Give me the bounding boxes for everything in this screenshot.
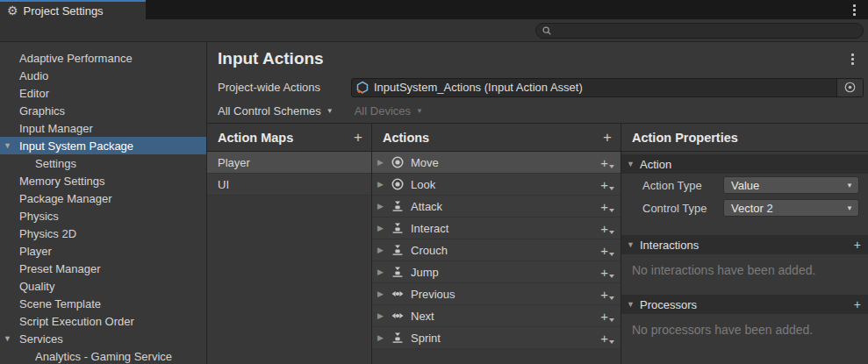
action-type-dropdown[interactable]: Value ▼ <box>723 176 859 194</box>
foldout-expanded-icon[interactable]: ▼ <box>627 300 640 309</box>
settings-sidebar: Adaptive Performance Audio Editor Graphi… <box>0 42 207 364</box>
action-label: Crouch <box>411 244 600 257</box>
add-binding-button[interactable]: + <box>600 177 613 192</box>
sidebar-item-memory-settings[interactable]: Memory Settings <box>0 172 206 189</box>
foldout-expanded-icon[interactable]: ▼ <box>4 141 16 150</box>
sidebar-item-label: Graphics <box>19 104 65 118</box>
sidebar-item-label: Physics <box>19 210 59 223</box>
control-schemes-dropdown[interactable]: All Control Schemes ▼ <box>218 104 334 118</box>
add-action-map-button[interactable]: + <box>354 129 362 146</box>
sidebar-item-player[interactable]: Player <box>0 242 206 260</box>
sidebar-item-label: Adaptive Performance <box>19 52 133 65</box>
add-binding-button[interactable]: + <box>600 287 613 302</box>
chevron-down-icon: ▼ <box>846 182 853 189</box>
foldout-collapsed-icon[interactable]: ▶ <box>377 246 391 254</box>
action-maps-title: Action Maps <box>218 131 293 145</box>
action-type-row: Action Type Value ▼ <box>621 174 868 196</box>
processors-section-header[interactable]: ▼ Processors + <box>621 295 868 314</box>
action-section-header[interactable]: ▼ Action <box>621 154 868 174</box>
interactions-section-header[interactable]: ▼ Interactions + <box>621 235 868 254</box>
action-map-label: UI <box>218 178 229 191</box>
control-type-dropdown[interactable]: Vector 2 ▼ <box>723 199 859 217</box>
sidebar-item-script-execution-order[interactable]: Script Execution Order <box>0 312 206 330</box>
add-interaction-button[interactable]: + <box>854 238 861 252</box>
button-control-icon <box>391 331 405 345</box>
foldout-collapsed-icon[interactable]: ▶ <box>377 333 391 342</box>
action-properties-column: Action Properties ▼ Action Action Type V… <box>621 124 868 364</box>
foldout-collapsed-icon[interactable]: ▶ <box>377 311 391 320</box>
interactions-empty-message: No interactions have been added. <box>632 263 857 277</box>
sidebar-item-preset-manager[interactable]: Preset Manager <box>0 260 206 277</box>
add-binding-button[interactable]: + <box>600 199 613 214</box>
add-binding-button[interactable]: + <box>600 155 613 170</box>
action-label: Interact <box>411 222 600 235</box>
foldout-expanded-icon[interactable]: ▼ <box>627 160 640 168</box>
foldout-expanded-icon[interactable]: ▼ <box>4 334 16 343</box>
toolbar <box>0 19 868 42</box>
foldout-collapsed-icon[interactable]: ▶ <box>377 158 391 167</box>
add-binding-button[interactable]: + <box>600 243 613 258</box>
button-control-icon <box>391 265 405 279</box>
sidebar-item-services[interactable]: ▼ Services <box>0 330 206 347</box>
add-action-button[interactable]: + <box>603 129 612 146</box>
action-map-row-player[interactable]: Player <box>207 152 371 174</box>
add-binding-button[interactable]: + <box>600 309 613 324</box>
action-maps-column: Action Maps + Player UI <box>207 124 372 364</box>
sidebar-item-graphics[interactable]: Graphics <box>0 102 206 119</box>
devices-dropdown[interactable]: All Devices ▼ <box>355 104 423 118</box>
sidebar-item-settings[interactable]: Settings <box>0 154 206 172</box>
sidebar-item-scene-template[interactable]: Scene Template <box>0 295 206 312</box>
window-menu-icon[interactable] <box>847 4 861 16</box>
sidebar-item-audio[interactable]: Audio <box>0 67 206 84</box>
action-label: Previous <box>411 288 600 301</box>
object-picker-button[interactable] <box>836 79 863 96</box>
sidebar-item-label: Quality <box>19 280 54 293</box>
action-map-row-ui[interactable]: UI <box>207 174 371 196</box>
foldout-collapsed-icon[interactable]: ▶ <box>377 202 391 211</box>
add-binding-button[interactable]: + <box>600 221 613 236</box>
action-row-jump[interactable]: ▶ Jump + <box>372 261 621 283</box>
chevron-down-icon: ▼ <box>846 204 853 212</box>
action-properties-header: Action Properties <box>621 124 868 152</box>
sidebar-item-package-manager[interactable]: Package Manager <box>0 189 206 207</box>
button-control-icon <box>391 221 405 235</box>
add-processor-button[interactable]: + <box>854 297 861 311</box>
sidebar-item-quality[interactable]: Quality <box>0 277 206 295</box>
foldout-collapsed-icon[interactable]: ▶ <box>377 268 391 276</box>
action-row-move[interactable]: ▶ Move + <box>372 152 621 174</box>
action-row-sprint[interactable]: ▶ Sprint + <box>372 327 621 349</box>
sidebar-item-input-system-package[interactable]: ▼ Input System Package <box>0 137 206 154</box>
foldout-collapsed-icon[interactable]: ▶ <box>377 180 391 189</box>
add-binding-button[interactable]: + <box>600 265 613 280</box>
button-control-icon <box>391 243 405 257</box>
search-field[interactable] <box>535 23 864 39</box>
input-actions-menu-icon[interactable] <box>845 54 859 65</box>
sidebar-item-physics[interactable]: Physics <box>0 207 206 225</box>
add-binding-button[interactable]: + <box>600 331 613 346</box>
tab-project-settings[interactable]: ⚙ Project Settings <box>0 0 146 19</box>
sidebar-item-analytics-gaming-service[interactable]: Analytics - Gaming Service <box>0 347 206 364</box>
action-row-attack[interactable]: ▶ Attack + <box>372 196 621 218</box>
action-row-previous[interactable]: ▶ Previous + <box>372 283 621 305</box>
sidebar-item-physics-2d[interactable]: Physics 2D <box>0 225 206 242</box>
actions-header: Actions + <box>372 124 621 152</box>
object-picker-icon <box>843 81 857 94</box>
search-icon <box>542 25 552 36</box>
sidebar-item-label: Player <box>19 245 52 258</box>
sidebar-item-editor[interactable]: Editor <box>0 84 206 102</box>
sidebar-item-input-manager[interactable]: Input Manager <box>0 119 206 137</box>
input-action-asset-field[interactable]: InputSystem_Actions (Input Action Asset) <box>351 78 864 97</box>
sidebar-item-label: Memory Settings <box>19 175 105 188</box>
action-row-next[interactable]: ▶ Next + <box>372 305 621 327</box>
foldout-collapsed-icon[interactable]: ▶ <box>377 224 391 232</box>
foldout-collapsed-icon[interactable]: ▶ <box>377 289 391 298</box>
input-action-asset-icon <box>355 81 369 95</box>
action-row-interact[interactable]: ▶ Interact + <box>372 218 621 239</box>
action-row-crouch[interactable]: ▶ Crouch + <box>372 239 621 261</box>
sidebar-item-adaptive-performance[interactable]: Adaptive Performance <box>0 49 206 67</box>
search-input[interactable] <box>556 25 857 37</box>
action-label: Next <box>411 310 600 323</box>
foldout-expanded-icon[interactable]: ▼ <box>627 240 640 249</box>
page-title: Input Actions <box>218 49 324 68</box>
action-row-look[interactable]: ▶ Look + <box>372 174 621 196</box>
